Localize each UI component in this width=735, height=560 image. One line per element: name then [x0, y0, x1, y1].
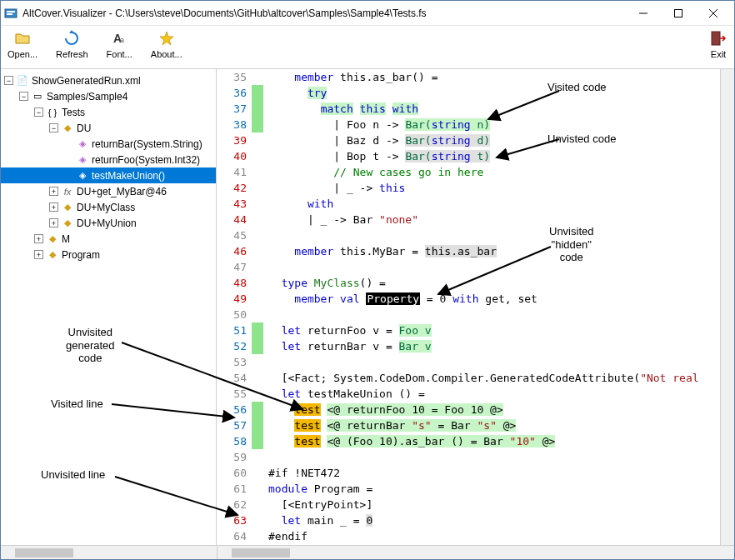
- coverage-indicator: [252, 259, 263, 275]
- tree-class-myunion[interactable]: +◆DU+MyUnion: [1, 215, 216, 231]
- expand-icon[interactable]: +: [49, 218, 58, 228]
- coverage-indicator: [252, 528, 263, 544]
- line-number: 48: [217, 275, 247, 291]
- expand-icon[interactable]: +: [49, 202, 58, 212]
- tree-class-du[interactable]: −◆DU: [1, 120, 216, 136]
- horizontal-scrollbar[interactable]: [1, 545, 734, 559]
- coverage-indicator: [252, 164, 263, 180]
- code-line: | _ -> this: [268, 180, 734, 196]
- tree-panel: −📄ShowGeneratedRun.xml −▭Samples/Sample4…: [1, 69, 217, 545]
- open-button[interactable]: Open...: [8, 29, 38, 59]
- tree-root[interactable]: −📄ShowGeneratedRun.xml: [1, 72, 216, 88]
- exit-button[interactable]: Exit: [709, 29, 728, 59]
- coverage-indicator: [252, 402, 263, 418]
- coverage-indicator: [252, 386, 263, 402]
- line-number: 46: [217, 243, 247, 259]
- coverage-indicator: [252, 338, 263, 354]
- coverage-indicator: [252, 449, 263, 465]
- code-line: #endif: [268, 528, 734, 544]
- coverage-indicator: [252, 354, 263, 370]
- coverage-indicator: [252, 291, 263, 307]
- tree-namespace-m[interactable]: +◆M: [1, 231, 216, 247]
- code-line: | Baz d -> Bar(string d): [268, 132, 734, 148]
- coverage-indicator: [252, 512, 263, 528]
- line-number: 57: [217, 418, 247, 433]
- refresh-icon: [62, 29, 81, 48]
- coverage-indicator: [252, 117, 263, 132]
- code-line: [<EntryPoint>]: [268, 497, 734, 512]
- expand-icon[interactable]: +: [34, 234, 43, 243]
- line-number: 38: [217, 117, 247, 132]
- tree-class-getmybar[interactable]: +fxDU+get_MyBar@46: [1, 183, 216, 199]
- line-number: 61: [217, 481, 247, 497]
- code-editor[interactable]: 3536373839404142434445464748495051525354…: [217, 69, 734, 545]
- coverage-indicator: [252, 212, 263, 228]
- method-icon: ◈: [76, 153, 89, 167]
- toolbar: Open... Refresh Aa Font... About... Exit: [1, 26, 734, 69]
- close-button[interactable]: [696, 2, 731, 25]
- about-button[interactable]: About...: [151, 29, 182, 59]
- line-number: 58: [217, 433, 247, 449]
- method-icon: ◈: [76, 138, 89, 151]
- exit-icon: [709, 29, 728, 48]
- coverage-indicator: [252, 418, 263, 433]
- svg-rect-1: [7, 11, 15, 12]
- expand-icon[interactable]: +: [49, 187, 58, 196]
- xml-file-icon: 📄: [16, 74, 29, 88]
- coverage-indicator: [252, 69, 263, 85]
- coverage-indicator: [252, 465, 263, 481]
- coverage-indicator: [252, 481, 263, 497]
- collapse-icon[interactable]: −: [34, 108, 43, 117]
- tree-namespace-program[interactable]: +◆Program: [1, 247, 216, 262]
- tree-method-returnbar[interactable]: ◈returnBar(System.String): [1, 136, 216, 152]
- code-line: [268, 259, 734, 275]
- coverage-indicator: [252, 370, 263, 386]
- coverage-indicator: [252, 322, 263, 338]
- app-icon: [4, 7, 18, 20]
- coverage-indicator: [252, 497, 263, 512]
- code-line: module Program =: [268, 481, 734, 497]
- coverage-gutter: [252, 69, 263, 545]
- svg-rect-2: [7, 13, 12, 15]
- font-icon: Aa: [110, 29, 128, 48]
- code-line: match this with: [268, 101, 734, 117]
- vertical-scrollbar[interactable]: [720, 69, 734, 545]
- line-number: 62: [217, 497, 247, 512]
- line-number: 59: [217, 449, 247, 465]
- line-number: 53: [217, 354, 247, 370]
- collapse-icon[interactable]: −: [49, 123, 58, 132]
- line-number: 42: [217, 180, 247, 196]
- refresh-button[interactable]: Refresh: [56, 29, 88, 59]
- code-line: | Bop t -> Bar(string t): [268, 148, 734, 164]
- class-icon: ◆: [46, 248, 59, 262]
- code-line: type MyClass() =: [268, 275, 734, 291]
- code-line: member this.as_bar() =: [268, 69, 734, 85]
- function-icon: fx: [61, 185, 74, 198]
- code-line: | _ -> Bar "none": [268, 212, 734, 228]
- tree-assembly[interactable]: −▭Samples/Sample4: [1, 88, 216, 104]
- font-button[interactable]: Aa Font...: [107, 29, 132, 59]
- tree-namespace[interactable]: −{ }Tests: [1, 104, 216, 120]
- line-number: 44: [217, 212, 247, 228]
- line-number: 40: [217, 148, 247, 164]
- code-line: let main _ = 0: [268, 512, 734, 528]
- coverage-indicator: [252, 307, 263, 322]
- line-number: 56: [217, 402, 247, 418]
- coverage-indicator: [252, 101, 263, 117]
- tree-method-returnfoo[interactable]: ◈returnFoo(System.Int32): [1, 152, 216, 168]
- line-number: 51: [217, 322, 247, 338]
- svg-rect-4: [675, 9, 682, 17]
- class-icon: ◆: [61, 217, 74, 230]
- collapse-icon[interactable]: −: [4, 76, 13, 85]
- code-line: // New cases go in here: [268, 164, 734, 180]
- code-line: try: [268, 85, 734, 101]
- folder-open-icon: [13, 29, 32, 48]
- expand-icon[interactable]: +: [34, 250, 43, 259]
- code-line: with: [268, 196, 734, 212]
- tree-class-myclass[interactable]: +◆DU+MyClass: [1, 199, 216, 215]
- minimize-button[interactable]: [626, 2, 661, 25]
- maximize-button[interactable]: [661, 2, 696, 25]
- line-number: 39: [217, 132, 247, 148]
- tree-method-testmakeunion[interactable]: ◈testMakeUnion(): [1, 168, 216, 183]
- collapse-icon[interactable]: −: [19, 92, 28, 101]
